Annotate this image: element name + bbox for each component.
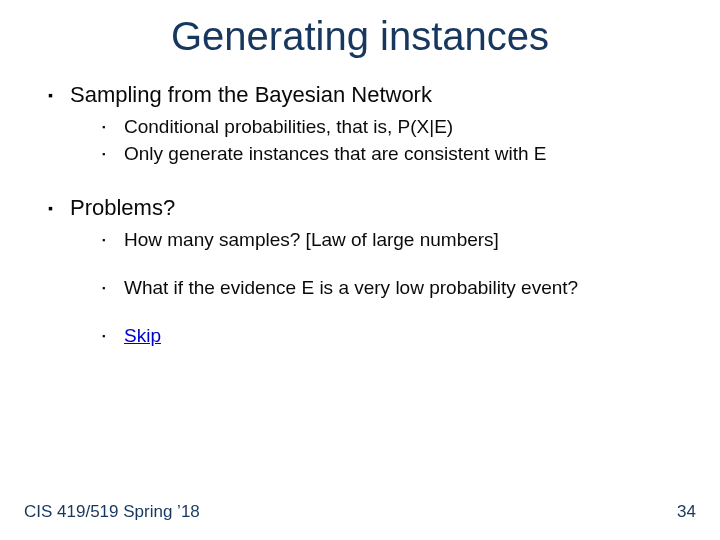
slide-number: 34	[677, 502, 696, 522]
list-item: ▪ Skip	[102, 324, 672, 348]
section-heading-text: Sampling from the Bayesian Network	[70, 81, 432, 109]
list-item: ▪ How many samples? [Law of large number…	[102, 228, 672, 252]
square-bullet-icon: ▪	[102, 228, 124, 252]
square-bullet-icon: ▪	[102, 142, 124, 166]
list-item: ▪ What if the evidence E is a very low p…	[102, 276, 672, 300]
square-bullet-icon: ▪	[102, 276, 124, 300]
list-item: ▪ Only generate instances that are consi…	[102, 142, 672, 166]
list-item-text: Only generate instances that are consist…	[124, 142, 546, 166]
sub-list: ▪ How many samples? [Law of large number…	[48, 228, 672, 348]
list-item-text: Conditional probabilities, that is, P(X|…	[124, 115, 453, 139]
section-heading-text: Problems?	[70, 194, 175, 222]
slide-title: Generating instances	[0, 0, 720, 59]
list-item-text: How many samples? [Law of large numbers]	[124, 228, 499, 252]
square-bullet-icon: ▪	[102, 115, 124, 139]
footer-left: CIS 419/519 Spring ’18	[24, 502, 200, 522]
square-bullet-icon: ▪	[48, 81, 70, 109]
square-bullet-icon: ▪	[102, 324, 124, 348]
sub-list: ▪ Conditional probabilities, that is, P(…	[48, 115, 672, 166]
list-item: ▪ Conditional probabilities, that is, P(…	[102, 115, 672, 139]
list-item-text: What if the evidence E is a very low pro…	[124, 276, 578, 300]
section-heading: ▪ Problems?	[48, 194, 672, 222]
slide-body: ▪ Sampling from the Bayesian Network ▪ C…	[0, 59, 720, 348]
square-bullet-icon: ▪	[48, 194, 70, 222]
section-heading: ▪ Sampling from the Bayesian Network	[48, 81, 672, 109]
skip-link[interactable]: Skip	[124, 324, 161, 348]
slide: Generating instances ▪ Sampling from the…	[0, 0, 720, 540]
